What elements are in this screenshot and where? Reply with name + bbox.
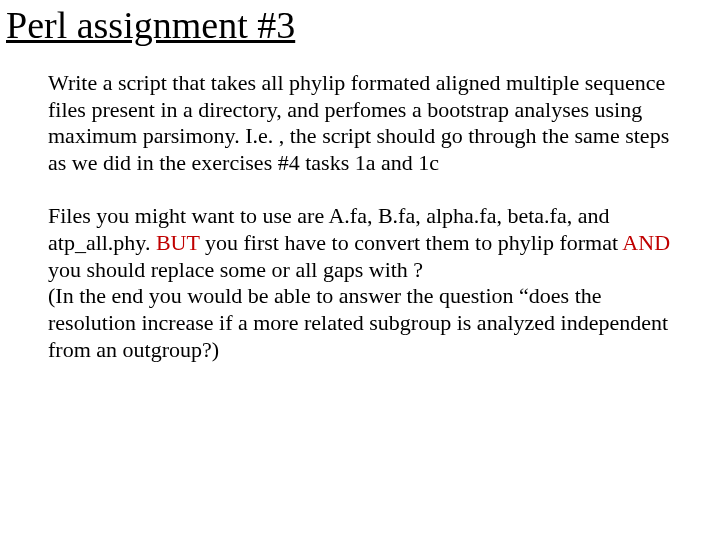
text-run: (In the end you would be able to answer … — [48, 283, 668, 362]
highlight-but: BUT — [156, 230, 200, 255]
paragraph-1: Write a script that takes all phylip for… — [48, 70, 672, 177]
slide-body: Write a script that takes all phylip for… — [0, 56, 720, 364]
slide-title: Perl assignment #3 — [0, 0, 720, 56]
text-run: you first have to convert them to phylip… — [200, 230, 623, 255]
highlight-and: AND — [622, 230, 670, 255]
paragraph-2: Files you might want to use are A.fa, B.… — [48, 203, 672, 364]
text-run: you should replace some or all gaps with… — [48, 257, 423, 282]
slide: Perl assignment #3 Write a script that t… — [0, 0, 720, 540]
